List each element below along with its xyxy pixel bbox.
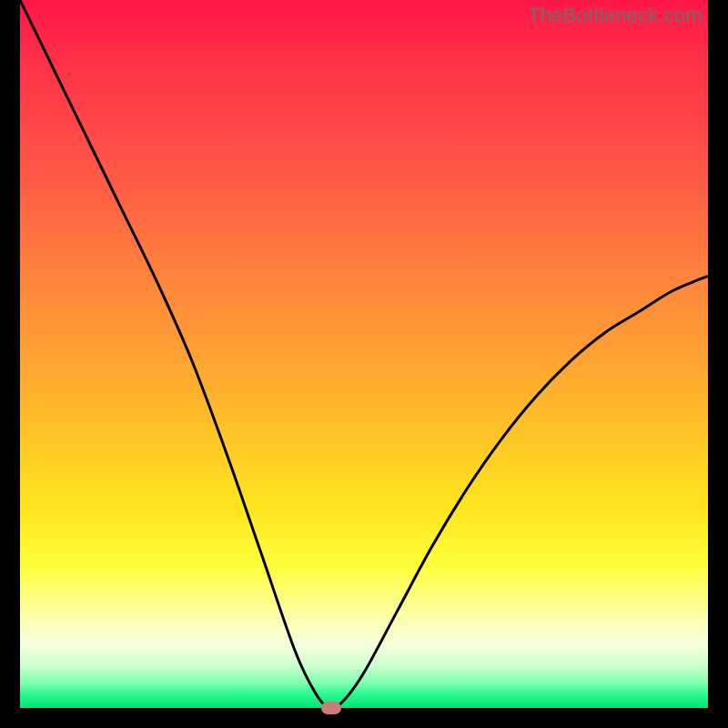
curve-path [20, 0, 708, 708]
minimum-marker [321, 702, 341, 714]
bottleneck-curve [20, 0, 708, 708]
plot-area: TheBottleneck.com [20, 0, 708, 708]
chart-frame: TheBottleneck.com [0, 0, 728, 728]
